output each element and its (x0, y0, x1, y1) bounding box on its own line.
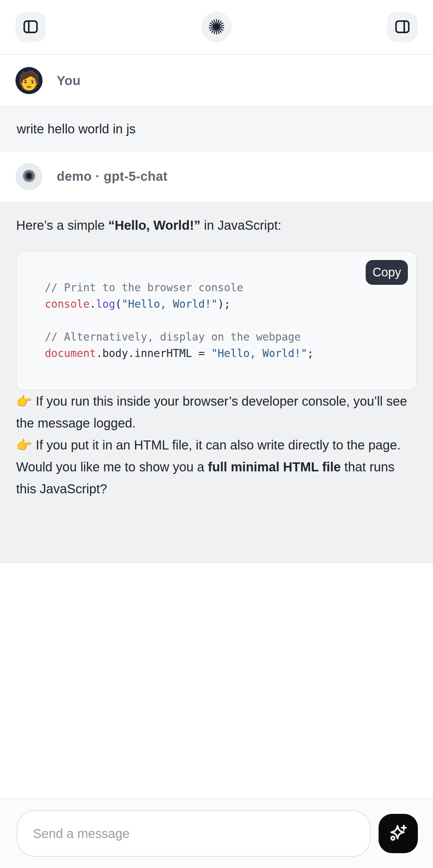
code-token: . (90, 298, 96, 310)
send-button[interactable] (378, 814, 418, 853)
assistant-message-band: Here’s a simple “Hello, World!” in JavaS… (0, 202, 433, 563)
code-line: document.body.innerHTML = "Hello, World!… (45, 345, 403, 362)
user-message-text: write hello world in js (17, 122, 136, 136)
assistant-intro-text: Here’s a simple “Hello, World!” in JavaS… (16, 214, 417, 236)
chat-app: 🧑 You write hello world in js (0, 0, 433, 868)
code-token: ); (217, 298, 230, 310)
panel-right-icon (394, 19, 410, 36)
text-segment: “Hello, World!” (108, 218, 200, 232)
panel-right-toggle-button[interactable] (387, 12, 417, 42)
starburst-icon (208, 19, 225, 36)
code-token: ; (307, 347, 314, 360)
user-sender-label: You (57, 73, 81, 88)
text-segment: in JavaScript: (200, 218, 281, 232)
code-token: "Hello, World!" (211, 347, 307, 360)
code-token: // Print to the browser console (45, 281, 243, 294)
code-content: // Print to the browser consoleconsole.l… (45, 279, 403, 362)
text-segment: full minimal HTML file (208, 460, 341, 474)
user-avatar: 🧑 (16, 67, 42, 94)
chat-scroll-gap (0, 563, 433, 798)
code-line: console.log("Hello, World!"); (45, 296, 403, 312)
assistant-avatar (16, 163, 42, 190)
code-token: document (45, 347, 96, 360)
text-segment: Would you like me to show you a (16, 460, 208, 474)
starburst-icon (23, 169, 35, 184)
copy-code-button[interactable]: Copy (366, 260, 408, 285)
person-emoji: 🧑 (18, 71, 40, 90)
code-line: // Alternatively, display on the webpage (45, 329, 403, 345)
assistant-name-label: demo · gpt-5-chat (57, 169, 167, 184)
tip-line-2: 👉 If you put it in an HTML file, it can … (16, 438, 400, 452)
top-bar (0, 0, 433, 55)
code-line (45, 312, 403, 329)
user-message-header: 🧑 You (0, 55, 433, 106)
user-message-band: write hello world in js (0, 106, 433, 151)
sparkle-plus-icon (388, 823, 409, 845)
assistant-message-header: demo · gpt-5-chat (0, 151, 433, 202)
sidebar-toggle-button[interactable] (16, 12, 46, 42)
model-menu-button[interactable] (202, 12, 231, 42)
tip-line-1: 👉 If you run this inside your browser’s … (16, 394, 407, 430)
message-input[interactable] (17, 810, 371, 857)
code-block: Copy // Print to the browser consolecons… (16, 251, 417, 390)
assistant-question-text: Would you like me to show you a full min… (16, 456, 417, 500)
composer-bar (0, 798, 433, 868)
code-token: "Hello, World!" (121, 298, 217, 310)
code-token: console (45, 298, 90, 310)
code-token: // Alternatively, display on the webpage (45, 331, 301, 343)
code-token: log (96, 298, 115, 310)
assistant-tips-text: 👉 If you run this inside your browser’s … (16, 390, 417, 456)
code-token: ( (115, 298, 122, 310)
code-line: // Print to the browser console (45, 279, 403, 296)
text-segment: Here’s a simple (16, 218, 108, 232)
code-token: .body.innerHTML = (96, 347, 211, 360)
panel-left-icon (23, 19, 39, 36)
